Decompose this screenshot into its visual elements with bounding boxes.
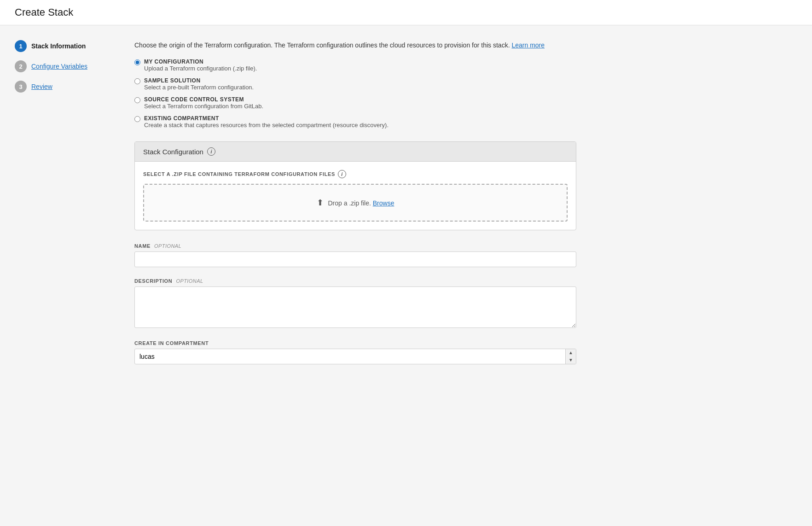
name-field-label: NAME OPTIONAL: [134, 243, 576, 249]
sidebar-item-review[interactable]: 3 Review: [15, 81, 116, 93]
description-input[interactable]: [134, 286, 576, 328]
radio-existing-compartment-input[interactable]: [134, 116, 140, 122]
upload-section-label: SELECT A .ZIP FILE CONTAINING TERRAFORM …: [143, 170, 568, 178]
compartment-field-section: CREATE IN COMPARTMENT ▲ ▼: [134, 340, 576, 364]
sidebar-item-configure-variables[interactable]: 2 Configure Variables: [15, 60, 116, 72]
stack-config-title: Stack Configuration: [143, 148, 203, 156]
page-header: Create Stack: [0, 0, 812, 25]
step-3-label: Review: [31, 83, 52, 90]
radio-my-config-input[interactable]: [134, 59, 140, 65]
stack-config-info-icon[interactable]: i: [207, 147, 215, 156]
browse-link[interactable]: Browse: [373, 199, 394, 207]
compartment-spinner-down[interactable]: ▼: [566, 357, 576, 364]
compartment-field-label: CREATE IN COMPARTMENT: [134, 340, 576, 346]
learn-more-link[interactable]: Learn more: [511, 41, 545, 49]
name-field-section: NAME OPTIONAL: [134, 243, 576, 267]
main-content: Choose the origin of the Terraform confi…: [134, 40, 576, 375]
stack-config-body: SELECT A .ZIP FILE CONTAINING TERRAFORM …: [135, 162, 576, 230]
radio-sample-solution-input[interactable]: [134, 78, 140, 84]
radio-group: MY CONFIGURATION Upload a Terraform conf…: [134, 58, 576, 129]
radio-my-config[interactable]: MY CONFIGURATION Upload a Terraform conf…: [134, 58, 576, 72]
radio-existing-compartment[interactable]: EXISTING COMPARTMENT Create a stack that…: [134, 115, 576, 129]
compartment-input[interactable]: [135, 349, 565, 364]
radio-source-code-label[interactable]: SOURCE CODE CONTROL SYSTEM Select a Terr…: [144, 96, 263, 110]
compartment-spinner[interactable]: ▲ ▼: [565, 349, 576, 364]
page-title: Create Stack: [15, 6, 797, 18]
upload-info-icon[interactable]: i: [338, 170, 346, 178]
description-field-label: DESCRIPTION OPTIONAL: [134, 278, 576, 284]
intro-text: Choose the origin of the Terraform confi…: [134, 40, 576, 50]
drop-zone[interactable]: ⬆ Drop a .zip file. Browse: [143, 184, 568, 222]
radio-source-code-input[interactable]: [134, 97, 140, 103]
step-2-label: Configure Variables: [31, 63, 87, 70]
step-2-circle: 2: [15, 60, 27, 72]
name-input[interactable]: [134, 251, 576, 267]
step-3-circle: 3: [15, 81, 27, 93]
radio-source-code[interactable]: SOURCE CODE CONTROL SYSTEM Select a Terr…: [134, 96, 576, 110]
description-field-section: DESCRIPTION OPTIONAL: [134, 278, 576, 329]
step-1-label: Stack Information: [31, 42, 86, 50]
radio-sample-solution-label[interactable]: SAMPLE SOLUTION Select a pre-built Terra…: [144, 77, 254, 91]
stack-config-header: Stack Configuration i: [135, 142, 576, 162]
compartment-input-wrap: ▲ ▼: [134, 349, 576, 364]
step-1-circle: 1: [15, 40, 27, 52]
stack-config-box: Stack Configuration i SELECT A .ZIP FILE…: [134, 141, 576, 230]
radio-existing-compartment-label[interactable]: EXISTING COMPARTMENT Create a stack that…: [144, 115, 389, 129]
page-body: 1 Stack Information 2 Configure Variable…: [0, 25, 812, 390]
sidebar: 1 Stack Information 2 Configure Variable…: [15, 40, 116, 375]
compartment-spinner-up[interactable]: ▲: [566, 349, 576, 357]
sidebar-item-stack-information[interactable]: 1 Stack Information: [15, 40, 116, 52]
radio-my-config-label[interactable]: MY CONFIGURATION Upload a Terraform conf…: [144, 58, 257, 72]
upload-icon: ⬆: [317, 198, 324, 208]
radio-sample-solution[interactable]: SAMPLE SOLUTION Select a pre-built Terra…: [134, 77, 576, 91]
